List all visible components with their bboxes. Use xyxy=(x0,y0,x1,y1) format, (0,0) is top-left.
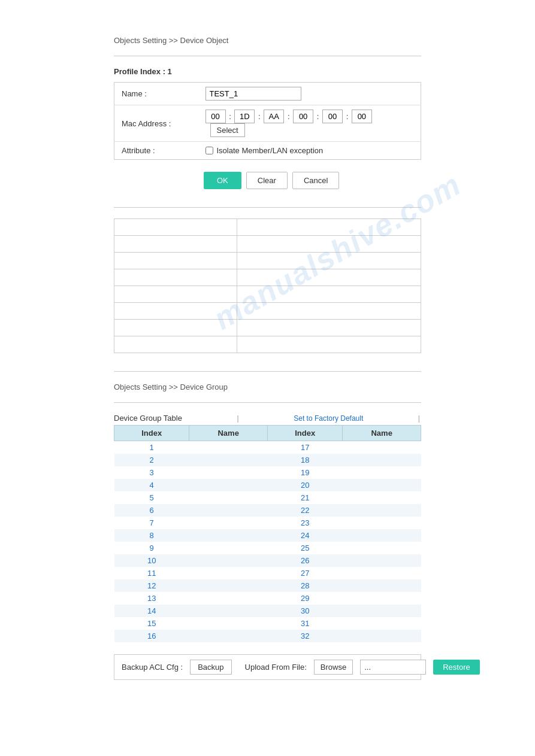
group-index-right[interactable]: 23 xyxy=(267,517,342,529)
attribute-checkbox-label[interactable]: Isolate Member/LAN exception xyxy=(205,146,414,155)
name-input[interactable] xyxy=(205,87,301,101)
group-index-left[interactable]: 3 xyxy=(114,466,189,479)
group-header-row: Device Group Table | Set to Factory Defa… xyxy=(114,414,421,423)
group-index-right[interactable]: 18 xyxy=(267,454,342,466)
mac-row: Mac Address : : : : : : Select xyxy=(114,105,421,142)
name-value-cell xyxy=(198,83,421,105)
mac-octet4[interactable] xyxy=(293,110,313,123)
object-row xyxy=(114,253,421,269)
group-name-right xyxy=(343,529,421,542)
group-index-right[interactable]: 30 xyxy=(267,605,342,617)
group-name-right xyxy=(343,466,421,479)
group-index-right[interactable]: 22 xyxy=(267,504,342,517)
group-index-right[interactable]: 26 xyxy=(267,554,342,567)
object-row xyxy=(114,303,421,320)
mac-octet2[interactable] xyxy=(234,110,255,123)
group-index-left[interactable]: 7 xyxy=(114,517,189,529)
attribute-label: Attribute : xyxy=(114,142,198,160)
object-col1 xyxy=(114,236,237,253)
object-col1 xyxy=(114,286,237,303)
group-name-right xyxy=(343,592,421,605)
object-row xyxy=(114,286,421,303)
group-index-left[interactable]: 4 xyxy=(114,479,189,491)
upload-label: Upload From File: xyxy=(245,663,307,672)
group-index-left[interactable]: 13 xyxy=(114,592,189,605)
isolate-checkbox[interactable] xyxy=(205,147,213,154)
name-row: Name : xyxy=(114,83,421,105)
group-index-right[interactable]: 21 xyxy=(267,491,342,504)
group-index-left[interactable]: 10 xyxy=(114,554,189,567)
object-rows-table xyxy=(114,218,421,353)
group-name-left xyxy=(189,554,268,567)
group-name-right xyxy=(343,517,421,529)
select-button[interactable]: Select xyxy=(210,123,245,137)
object-col2 xyxy=(237,219,421,236)
group-index-left[interactable]: 12 xyxy=(114,579,189,592)
group-index-right[interactable]: 27 xyxy=(267,567,342,579)
mac-sep-4: : xyxy=(317,112,319,121)
group-index-right[interactable]: 29 xyxy=(267,592,342,605)
object-col1 xyxy=(114,253,237,269)
group-index-left[interactable]: 1 xyxy=(114,441,189,454)
attribute-row: Attribute : Isolate Member/LAN exception xyxy=(114,142,421,160)
group-name-left xyxy=(189,592,268,605)
group-index-left[interactable]: 2 xyxy=(114,454,189,466)
group-name-right xyxy=(343,617,421,630)
isolate-label: Isolate Member/LAN exception xyxy=(217,146,324,155)
group-table-row: 3 19 xyxy=(114,466,421,479)
group-name-left xyxy=(189,579,268,592)
object-row xyxy=(114,336,421,353)
group-name-left xyxy=(189,479,268,491)
group-index-left[interactable]: 6 xyxy=(114,504,189,517)
group-name-right xyxy=(343,567,421,579)
backup-label: Backup ACL Cfg : xyxy=(122,663,183,672)
mac-octet5[interactable] xyxy=(322,110,343,123)
group-index-left[interactable]: 14 xyxy=(114,605,189,617)
mac-sep-5: : xyxy=(346,112,349,121)
file-path-input[interactable] xyxy=(360,660,426,675)
group-index-left[interactable]: 15 xyxy=(114,617,189,630)
group-table-row: 11 27 xyxy=(114,567,421,579)
ok-button[interactable]: OK xyxy=(204,172,241,189)
group-index-right[interactable]: 24 xyxy=(267,529,342,542)
clear-button[interactable]: Clear xyxy=(246,172,288,189)
group-index-right[interactable]: 17 xyxy=(267,441,342,454)
mac-sep-2: : xyxy=(258,112,261,121)
group-index-left[interactable]: 8 xyxy=(114,529,189,542)
object-col2 xyxy=(237,253,421,269)
mac-octet6[interactable] xyxy=(352,110,372,123)
object-col2 xyxy=(237,236,421,253)
device-group-table: Index Name Index Name 1 17 2 18 3 19 4 2… xyxy=(114,425,421,642)
col-name-left: Name xyxy=(189,426,268,441)
backup-button[interactable]: Backup xyxy=(190,660,231,675)
divider-1 xyxy=(114,56,421,56)
group-index-right[interactable]: 31 xyxy=(267,617,342,630)
object-row xyxy=(114,236,421,253)
group-index-right[interactable]: 25 xyxy=(267,542,342,554)
group-index-right[interactable]: 19 xyxy=(267,466,342,479)
mac-octet1[interactable] xyxy=(205,110,226,123)
factory-default-link[interactable]: Set to Factory Default xyxy=(294,414,363,423)
group-index-left[interactable]: 16 xyxy=(114,630,189,642)
mac-octet3[interactable] xyxy=(264,110,284,123)
group-name-left xyxy=(189,441,268,454)
profile-form-table: Name : Mac Address : : : : : : xyxy=(114,82,421,160)
cancel-button[interactable]: Cancel xyxy=(292,172,339,189)
group-index-right[interactable]: 28 xyxy=(267,579,342,592)
object-col2 xyxy=(237,320,421,336)
group-name-left xyxy=(189,491,268,504)
group-index-right[interactable]: 20 xyxy=(267,479,342,491)
group-name-right xyxy=(343,630,421,642)
browse-button[interactable]: Browse xyxy=(314,660,353,675)
group-name-left xyxy=(189,567,268,579)
group-index-left[interactable]: 11 xyxy=(114,567,189,579)
group-index-left[interactable]: 9 xyxy=(114,542,189,554)
group-table-row: 9 25 xyxy=(114,542,421,554)
group-table-row: 16 32 xyxy=(114,630,421,642)
profile-section: Profile Index : 1 Name : Mac Address : :… xyxy=(114,67,421,160)
group-index-left[interactable]: 5 xyxy=(114,491,189,504)
group-table-row: 1 17 xyxy=(114,441,421,454)
group-index-right[interactable]: 32 xyxy=(267,630,342,642)
restore-button[interactable]: Restore xyxy=(433,660,480,675)
group-name-right xyxy=(343,479,421,491)
